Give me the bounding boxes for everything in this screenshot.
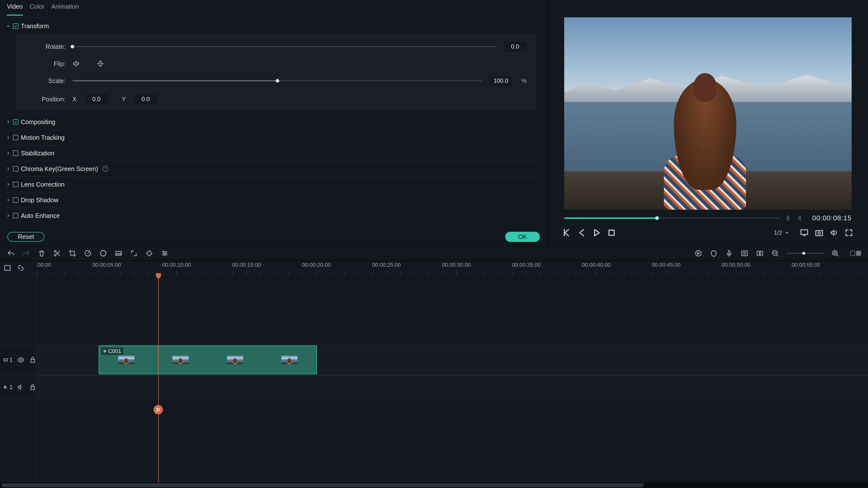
position-label: Position:: [26, 96, 65, 103]
ruler-tick: 00:00:15:00: [232, 262, 261, 268]
ruler-tick: 00:00:10:00: [162, 262, 191, 268]
section-head-motion-tracking[interactable]: Motion Tracking: [6, 130, 541, 145]
zoom-out-button[interactable]: [771, 249, 779, 257]
rotate-slider[interactable]: [72, 46, 497, 47]
audio-track-row[interactable]: [37, 375, 868, 399]
ruler-tick: 00:00:25:00: [372, 262, 401, 268]
preview-video[interactable]: [564, 18, 851, 210]
timeline-body[interactable]: 00:00:00:0000:00:05:0000:00:10:0000:00:1…: [37, 261, 868, 483]
section-head-transform[interactable]: Transform: [6, 18, 541, 34]
section-head-chroma-key[interactable]: Chroma Key(Green Screen) ?: [6, 161, 541, 176]
checkbox-stabilization[interactable]: [13, 151, 18, 156]
section-title: Transform: [21, 23, 49, 30]
undo-button[interactable]: [7, 249, 15, 257]
reset-button[interactable]: Reset: [7, 232, 44, 242]
render-button[interactable]: [694, 249, 702, 257]
checkbox-drop-shadow[interactable]: [13, 197, 18, 203]
transform-body: Rotate: Flip:: [16, 35, 536, 109]
preview-scrubber[interactable]: [564, 217, 780, 219]
expand-button[interactable]: [130, 249, 138, 257]
display-button[interactable]: [800, 229, 808, 237]
ok-button[interactable]: OK: [505, 232, 540, 242]
marker-in-icon[interactable]: [785, 215, 792, 221]
delete-button[interactable]: [38, 249, 45, 257]
redo-button[interactable]: [22, 249, 30, 257]
section-title: Stabilization: [21, 150, 54, 157]
mute-icon[interactable]: [17, 383, 25, 391]
quality-dropdown[interactable]: 1/2: [774, 229, 794, 236]
adjust-button[interactable]: [161, 249, 168, 257]
checkbox-chroma-key[interactable]: [13, 166, 18, 171]
checkbox-motion-tracking[interactable]: [13, 135, 18, 140]
section-title: Motion Tracking: [21, 134, 64, 141]
section-head-stabilization[interactable]: Stabilization: [6, 145, 541, 161]
scale-unit: %: [521, 77, 527, 84]
marker-button[interactable]: [710, 249, 718, 257]
crop-button[interactable]: [68, 249, 76, 257]
svg-rect-17: [4, 359, 7, 361]
fullscreen-button[interactable]: [845, 229, 853, 237]
tab-video[interactable]: Video: [7, 3, 23, 15]
voiceover-button[interactable]: [725, 249, 733, 257]
timeline-ruler[interactable]: 00:00:00:0000:00:05:0000:00:10:0000:00:1…: [37, 261, 868, 275]
preview-panel: 00:00:08:15 1/2: [548, 0, 868, 246]
video-track-header[interactable]: 1: [0, 345, 36, 375]
stop-button[interactable]: [607, 229, 616, 237]
video-clip[interactable]: C001: [99, 346, 317, 374]
cut-handle[interactable]: [154, 405, 163, 414]
section-head-lens-correction[interactable]: Lens Correction: [6, 177, 541, 192]
help-icon[interactable]: ?: [102, 166, 108, 172]
speed-button[interactable]: [84, 249, 92, 257]
svg-rect-13: [761, 251, 763, 255]
marker-out-icon[interactable]: [796, 215, 803, 221]
rotate-input[interactable]: [504, 42, 527, 52]
flip-horizontal-button[interactable]: [72, 60, 80, 67]
playhead-flag-icon: [156, 273, 161, 279]
ruler-tick: 00:00:20:00: [302, 262, 331, 268]
section-head-auto-enhance[interactable]: Auto Enhance: [6, 208, 541, 223]
scale-input[interactable]: [490, 76, 513, 86]
volume-button[interactable]: [830, 229, 838, 237]
svg-point-18: [20, 359, 22, 361]
section-head-compositing[interactable]: Compositing: [6, 114, 541, 130]
zoom-slider[interactable]: [787, 253, 824, 254]
mixer-button[interactable]: [741, 249, 748, 257]
flip-vertical-button[interactable]: [97, 60, 104, 67]
lock-tracks-button[interactable]: [3, 264, 11, 272]
checkbox-compositing[interactable]: [13, 119, 18, 125]
audio-track-header[interactable]: 1: [0, 375, 36, 399]
scale-slider[interactable]: [72, 80, 483, 81]
caret-down-icon: [6, 24, 10, 28]
play-button[interactable]: [592, 229, 601, 237]
properties-panel: Video Color Animation Transform Rotate:: [0, 0, 548, 246]
ruler-tick: 00:00:40:00: [582, 262, 611, 268]
track-button[interactable]: [756, 249, 764, 257]
view-mode-toggle[interactable]: [850, 251, 861, 256]
step-back-button[interactable]: [563, 229, 571, 237]
svg-rect-10: [728, 250, 730, 254]
zoom-in-button[interactable]: [831, 249, 839, 257]
svg-rect-0: [609, 230, 614, 235]
green-screen-button[interactable]: [115, 249, 123, 257]
prev-frame-button[interactable]: [578, 229, 586, 237]
link-button[interactable]: [17, 264, 25, 272]
timeline-playhead[interactable]: [158, 275, 159, 483]
snapshot-button[interactable]: [815, 229, 824, 237]
keyframe-button[interactable]: [145, 249, 153, 257]
checkbox-transform[interactable]: [13, 23, 18, 29]
color-button[interactable]: [99, 249, 107, 257]
checkbox-lens-correction[interactable]: [13, 182, 18, 187]
checkbox-auto-enhance[interactable]: [13, 213, 18, 218]
lock-icon[interactable]: [29, 383, 36, 391]
lock-icon[interactable]: [29, 356, 36, 364]
flip-label: Flip:: [26, 60, 65, 67]
section-head-drop-shadow[interactable]: Drop Shadow: [6, 192, 541, 208]
tab-animation[interactable]: Animation: [51, 3, 79, 15]
pos-x-input[interactable]: [85, 94, 108, 104]
split-button[interactable]: [53, 249, 61, 257]
caret-right-icon: [6, 214, 10, 218]
pos-y-input[interactable]: [134, 94, 157, 104]
horizontal-scrollbar[interactable]: [0, 483, 868, 488]
eye-icon[interactable]: [17, 356, 25, 364]
tab-color[interactable]: Color: [30, 3, 44, 15]
